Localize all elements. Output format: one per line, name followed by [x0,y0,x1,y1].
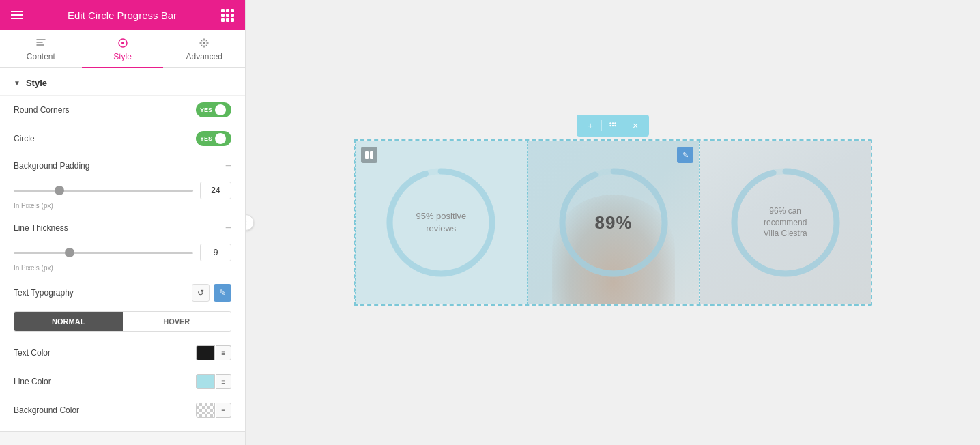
bg-padding-label: Background Padding [14,161,89,171]
toolbar-separator-2 [624,120,624,131]
cell-3-text: 96% canrecommendVilla Ciestra [764,205,807,240]
line-color-row: Line Color ≡ [0,367,245,396]
style-icon [117,37,129,49]
round-corners-toggle[interactable]: YES [196,102,231,117]
thickness-unit: In Pixels (px) [0,263,245,277]
state-tabs: NORMAL HOVER [14,311,231,332]
thickness-slider-section: 9 [0,241,245,263]
thickness-minus[interactable]: − [225,222,231,234]
bg-color-label: Background Color [14,405,79,415]
state-tab-hover[interactable]: HOVER [123,312,231,331]
bg-padding-unit: In Pixels (px) [0,201,245,215]
content-icon [35,37,47,49]
svg-point-3 [609,122,611,124]
circle-label: Circle [14,134,35,143]
panel-tabs: Content Style Advanced [0,30,245,68]
text-color-swatch-group: ≡ [196,345,231,360]
svg-point-7 [612,125,614,126]
text-color-menu[interactable]: ≡ [216,345,231,360]
style-section-header[interactable]: ▼ Style [0,68,245,95]
widget-container: + × [354,139,872,306]
circle-toggle-circle [215,133,226,144]
float-toolbar: + × [577,115,649,137]
tab-content[interactable]: Content [0,30,82,67]
tab-style[interactable]: Style [82,30,164,67]
round-corners-label: Round Corners [14,105,69,115]
bg-padding-row: Background Padding − [0,153,245,179]
cell-1-text: 95% positivereviews [416,210,466,235]
circle-toggle-yes: YES [200,135,212,142]
panel-content: ▼ Style Round Corners YES Circle YES Bac… [0,68,245,431]
tab-advanced-label: Advanced [186,52,222,61]
cell-2-text: 89% [594,212,632,233]
typography-label: Text Typography [14,288,74,298]
svg-point-6 [609,125,611,126]
circle-toggle[interactable]: YES [196,131,231,146]
toolbar-plus-btn[interactable]: + [582,117,599,134]
left-panel: Edit Circle Progress Bar Content St [0,0,246,445]
panel-header: Edit Circle Progress Bar [0,0,245,30]
svg-point-2 [203,42,205,44]
toolbar-separator-1 [601,120,602,131]
bg-color-menu[interactable]: ≡ [216,403,231,418]
svg-point-1 [121,42,124,44]
cell-1-circle-wrapper: 95% positivereviews [379,161,502,284]
canvas-area: ‹ + × [246,0,980,445]
svg-rect-10 [370,151,373,159]
collapse-panel-btn[interactable]: ‹ [246,214,254,231]
panel-title: Edit Circle Progress Bar [68,10,177,21]
cell-2-circle-wrapper: 89% [552,161,675,284]
typography-actions: ↺ ✎ [192,284,231,302]
thickness-label: Line Thickness [14,223,68,233]
bg-color-swatch[interactable] [196,403,215,418]
typography-reset-btn[interactable]: ↺ [192,284,210,302]
line-color-menu[interactable]: ≡ [216,374,231,389]
thickness-slider-row: 9 [14,244,231,261]
cell-2-edit-icon[interactable]: ✎ [677,147,693,163]
typography-edit-btn[interactable]: ✎ [214,284,231,302]
cell-3-circle-wrapper: 96% canrecommendVilla Ciestra [724,161,847,284]
line-color-swatch-group: ≡ [196,374,231,389]
round-corners-row: Round Corners YES [0,96,245,124]
toggle-circle [215,104,226,115]
thickness-value[interactable]: 9 [200,244,231,261]
bg-padding-slider-section: 24 [0,179,245,201]
line-color-label: Line Color [14,377,51,386]
state-tab-normal[interactable]: NORMAL [14,312,123,331]
chevron-down-icon: ▼ [14,79,20,87]
progress-cell-2: ✎ 89% [528,141,700,304]
toolbar-close-btn[interactable]: × [627,117,644,134]
circle-row: Circle YES [0,124,245,153]
bg-padding-minus[interactable]: − [225,160,231,172]
thickness-row: Line Thickness − [0,215,245,241]
section-title: Style [26,78,47,88]
line-color-swatch[interactable] [196,374,215,389]
toolbar-move-btn[interactable] [605,117,621,134]
progress-cell-3: 96% canrecommendVilla Ciestra [700,141,871,304]
tab-advanced[interactable]: Advanced [163,30,245,67]
progress-cell-1: 95% positivereviews [355,141,528,304]
svg-rect-9 [365,151,369,159]
toggle-yes-label: YES [200,106,212,113]
thickness-slider[interactable] [14,252,193,254]
progress-widget: 95% positivereviews ✎ 89% [354,139,872,306]
advanced-icon [198,37,210,49]
svg-point-8 [614,125,616,126]
bg-padding-slider-row: 24 [14,182,231,199]
cell-1-col-icon[interactable] [361,147,377,163]
bg-color-row: Background Color ≡ [0,396,245,425]
apps-icon[interactable] [221,9,234,22]
text-color-label: Text Color [14,348,51,358]
bg-padding-value[interactable]: 24 [200,182,231,199]
reset-icon: ↺ [197,288,204,298]
text-color-row: Text Color ≡ [0,339,245,367]
tab-content-label: Content [27,52,55,61]
svg-point-5 [614,122,616,124]
text-color-swatch[interactable] [196,345,215,360]
bg-padding-slider[interactable] [14,190,193,192]
bg-color-swatch-group: ≡ [196,403,231,418]
edit-icon: ✎ [219,288,226,298]
hamburger-icon[interactable] [11,11,23,19]
tab-style-label: Style [113,52,132,61]
panel-footer [0,431,245,445]
